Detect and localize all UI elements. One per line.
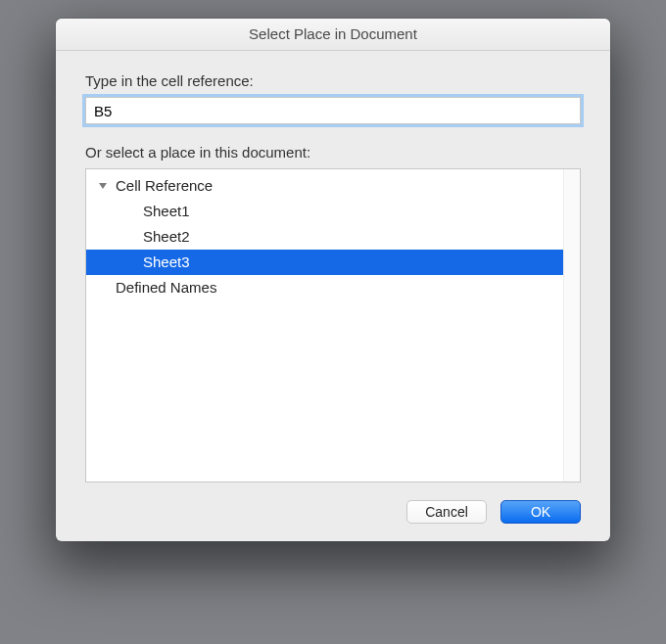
tree-group-label: Cell Reference [116, 173, 213, 199]
select-place-label: Or select a place in this document: [85, 144, 581, 161]
tree-item-label: Sheet2 [143, 224, 190, 250]
tree-item-sheet3[interactable]: Sheet3 [86, 250, 563, 275]
dialog-title: Select Place in Document [56, 19, 610, 51]
cell-reference-input[interactable] [85, 97, 581, 124]
svg-marker-0 [99, 183, 107, 189]
tree-item-sheet2[interactable]: Sheet2 [86, 224, 563, 250]
tree-group-label: Defined Names [116, 275, 216, 300]
cancel-button[interactable]: Cancel [406, 500, 487, 524]
place-tree[interactable]: Cell Reference Sheet1 Sheet2 Sheet3 Defi… [86, 169, 563, 482]
disclosure-triangle-icon[interactable] [96, 179, 110, 193]
dialog-content: Type in the cell reference: Or select a … [56, 51, 610, 541]
select-place-dialog: Select Place in Document Type in the cel… [56, 19, 610, 541]
ok-button[interactable]: OK [500, 500, 581, 524]
tree-group-defined-names[interactable]: Defined Names [86, 275, 563, 300]
tree-item-sheet1[interactable]: Sheet1 [86, 199, 563, 224]
dialog-button-row: Cancel OK [85, 483, 581, 524]
tree-group-cell-reference[interactable]: Cell Reference [86, 173, 563, 199]
tree-item-label: Sheet3 [143, 250, 190, 275]
cell-reference-label: Type in the cell reference: [85, 72, 581, 89]
tree-item-label: Sheet1 [143, 199, 190, 224]
scrollbar[interactable] [563, 169, 580, 482]
place-tree-container: Cell Reference Sheet1 Sheet2 Sheet3 Defi… [85, 168, 581, 483]
